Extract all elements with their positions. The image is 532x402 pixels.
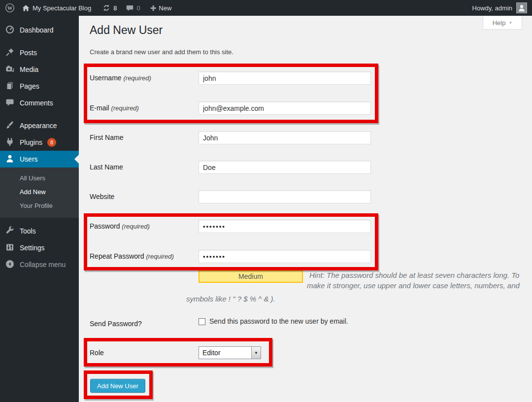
username-label: Username (required)	[90, 71, 199, 82]
role-selected-value: Editor	[199, 349, 251, 357]
sidebar-subitem-add-new[interactable]: Add New	[0, 185, 79, 199]
sidebar-item-tools[interactable]: Tools	[0, 223, 79, 239]
password-row: Password (required)	[90, 220, 371, 233]
sidebar-subitem-all-users[interactable]: All Users	[0, 171, 79, 185]
repeat-password-label: Repeat Password (required)	[90, 250, 199, 260]
add-new-user-button[interactable]: Add New User	[90, 379, 145, 393]
appearance-icon	[5, 120, 15, 132]
new-label: New	[159, 4, 171, 12]
sidebar-item-dashboard[interactable]: Dashboard	[0, 22, 79, 38]
last-name-row: Last Name	[90, 161, 371, 174]
repeat-password-row: Repeat Password (required)	[90, 250, 371, 263]
email-input[interactable]	[199, 101, 371, 115]
comments-icon	[5, 98, 15, 109]
chevron-down-icon: ▼	[508, 21, 512, 25]
website-input[interactable]	[199, 190, 371, 203]
new-content-menu[interactable]: ✚ New	[147, 0, 175, 16]
pages-icon	[5, 81, 15, 92]
collapse-icon	[5, 259, 15, 270]
role-select[interactable]: Editor ▼	[199, 346, 261, 359]
howdy-account-menu[interactable]: Howdy, admin	[472, 4, 512, 12]
updates-menu[interactable]: 8	[99, 0, 120, 16]
sidebar-item-users[interactable]: Users	[0, 151, 79, 168]
password-input[interactable]	[199, 220, 371, 233]
new-plus-icon: ✚	[150, 4, 157, 12]
main-content: Help ▼ Add New User Create a brand new u…	[79, 16, 532, 402]
password-hint-line: Hint: The password should be at least se…	[309, 271, 519, 279]
username-input[interactable]	[199, 71, 371, 85]
update-count: 8	[113, 4, 117, 12]
admin-bar: W My Spectacular Blog 8	[0, 0, 532, 16]
first-name-input[interactable]	[199, 131, 371, 144]
users-icon	[5, 154, 15, 165]
password-strength-meter: Medium	[199, 270, 303, 283]
settings-icon	[5, 242, 15, 254]
website-label: Website	[90, 190, 199, 201]
active-item-arrow	[70, 155, 79, 164]
comment-count: 0	[136, 4, 140, 12]
sidebar-subitem-your-profile[interactable]: Your Profile	[0, 199, 79, 213]
first-name-row: First Name	[90, 131, 371, 144]
sidebar-item-pages[interactable]: Pages	[0, 78, 79, 95]
comments-bubble-icon	[126, 4, 134, 12]
send-password-checkbox[interactable]	[199, 318, 205, 325]
comments-menu[interactable]: 0	[122, 0, 143, 16]
help-button[interactable]: Help ▼	[483, 16, 522, 30]
last-name-label: Last Name	[90, 161, 199, 171]
page-title: Add New User	[90, 24, 163, 37]
posts-icon	[5, 47, 15, 59]
avatar[interactable]	[516, 2, 527, 13]
wordpress-logo-icon: W	[5, 3, 15, 13]
email-row: E-mail (required)	[90, 101, 371, 115]
site-name: My Spectacular Blog	[33, 4, 91, 12]
send-password-checkbox-label: Send this password to the new user by em…	[209, 317, 348, 325]
site-name-menu[interactable]: My Spectacular Blog	[18, 0, 95, 16]
wordpress-admin-screen: W My Spectacular Blog 8	[0, 0, 532, 402]
media-icon	[5, 64, 15, 75]
updates-icon	[102, 3, 111, 12]
website-row: Website	[90, 190, 371, 203]
sidebar-item-media[interactable]: Media	[0, 61, 79, 78]
last-name-input[interactable]	[199, 161, 371, 174]
dashboard-icon	[5, 25, 15, 36]
password-label: Password (required)	[90, 220, 199, 230]
page-subtitle: Create a brand new user and add them to …	[90, 48, 233, 56]
role-label: Role	[90, 346, 199, 357]
password-hint-line: make it stronger, use upper and lower ca…	[307, 281, 520, 290]
sidebar-item-settings[interactable]: Settings	[0, 239, 79, 256]
tools-icon	[5, 226, 15, 237]
send-password-row: Send Password? Send this password to the…	[90, 317, 348, 328]
sidebar-item-posts[interactable]: Posts	[0, 44, 79, 61]
plugins-update-badge: 8	[47, 138, 56, 147]
svg-text:W: W	[7, 5, 13, 11]
plugins-icon	[5, 137, 15, 148]
users-submenu: All Users Add New Your Profile	[0, 168, 79, 218]
chevron-down-icon: ▼	[251, 347, 261, 359]
sidebar-item-comments[interactable]: Comments	[0, 95, 79, 111]
home-icon	[22, 4, 30, 12]
repeat-password-input[interactable]	[199, 250, 371, 263]
password-hint-line: symbols like ! " ? $ % ^ & ).	[186, 295, 275, 303]
send-password-label: Send Password?	[90, 317, 199, 328]
username-row: Username (required)	[90, 71, 371, 85]
first-name-label: First Name	[90, 131, 199, 141]
wordpress-logo-button[interactable]: W	[0, 0, 18, 16]
admin-sidebar: Dashboard Posts Med	[0, 16, 79, 402]
role-row: Role Editor ▼	[90, 346, 261, 359]
sidebar-item-plugins[interactable]: Plugins 8	[0, 134, 79, 151]
email-label: E-mail (required)	[90, 101, 199, 112]
collapse-menu-button[interactable]: Collapse menu	[0, 256, 79, 273]
sidebar-item-appearance[interactable]: Appearance	[0, 117, 79, 134]
